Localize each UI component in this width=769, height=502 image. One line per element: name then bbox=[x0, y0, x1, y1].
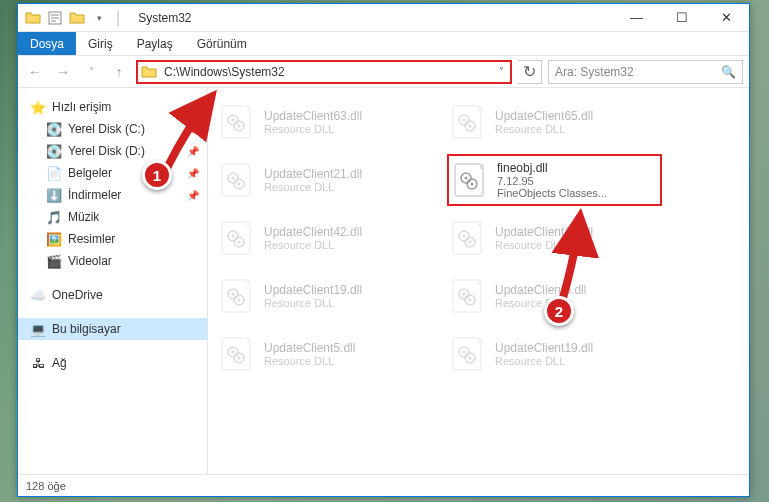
file-item[interactable]: fineobj.dll7.12.95FineObjects Classes... bbox=[447, 154, 662, 206]
tab-view[interactable]: Görünüm bbox=[185, 32, 259, 55]
svg-point-35 bbox=[238, 299, 241, 302]
sidebar-item-c-drive[interactable]: 💽Yerel Disk (C:)📌 bbox=[18, 118, 207, 140]
window-title: System32 bbox=[130, 11, 614, 25]
file-desc: Resource DLL bbox=[264, 123, 429, 135]
file-item[interactable]: UpdateClient42.dllResource DLL bbox=[216, 212, 431, 264]
annotation-badge-2: 2 bbox=[544, 296, 574, 326]
search-input[interactable]: Ara: System32 🔍 bbox=[548, 60, 743, 84]
sidebar-network[interactable]: 🖧Ağ bbox=[18, 352, 207, 374]
sidebar-this-pc[interactable]: 💻Bu bilgisayar bbox=[18, 318, 207, 340]
file-item[interactable]: UpdateClient5.dllResource DLL bbox=[216, 328, 431, 380]
sidebar-item-downloads[interactable]: ⬇️İndirmeler📌 bbox=[18, 184, 207, 206]
svg-point-29 bbox=[463, 235, 466, 238]
sidebar-onedrive[interactable]: ☁️OneDrive bbox=[18, 284, 207, 306]
tab-share[interactable]: Paylaş bbox=[125, 32, 185, 55]
svg-point-15 bbox=[238, 183, 241, 186]
file-name: UpdateClient19.dll bbox=[264, 283, 429, 297]
pin-icon: 📌 bbox=[187, 124, 199, 135]
qat-dropdown-icon[interactable]: ▾ bbox=[90, 9, 108, 27]
svg-point-24 bbox=[232, 235, 235, 238]
properties-icon[interactable] bbox=[46, 9, 64, 27]
file-name: UpdateClient5.dll bbox=[495, 283, 660, 297]
close-button[interactable]: ✕ bbox=[704, 4, 749, 32]
sidebar-quick-access[interactable]: ⭐Hızlı erişim bbox=[18, 96, 207, 118]
file-name: UpdateClient21.dll bbox=[264, 167, 429, 181]
pin-icon: 📌 bbox=[187, 190, 199, 201]
network-icon: 🖧 bbox=[30, 355, 46, 371]
computer-icon: 💻 bbox=[30, 321, 46, 337]
file-desc: Resource DLL bbox=[495, 123, 660, 135]
maximize-button[interactable]: ☐ bbox=[659, 4, 704, 32]
svg-point-4 bbox=[232, 119, 235, 122]
tab-file[interactable]: Dosya bbox=[18, 32, 76, 55]
minimize-button[interactable]: — bbox=[614, 4, 659, 32]
drive-icon: 💽 bbox=[46, 121, 62, 137]
dll-icon bbox=[449, 335, 487, 373]
recent-dropdown[interactable]: ˅ bbox=[80, 61, 102, 83]
file-desc: Resource DLL bbox=[264, 355, 429, 367]
folder-icon bbox=[24, 9, 42, 27]
annotation-badge-1: 1 bbox=[142, 160, 172, 190]
address-dropdown-icon[interactable]: ˅ bbox=[492, 66, 510, 77]
file-list[interactable]: UpdateClient63.dllResource DLLUpdateClie… bbox=[208, 88, 749, 474]
file-name: UpdateClient42.dll bbox=[264, 225, 429, 239]
dll-icon bbox=[451, 161, 489, 199]
refresh-button[interactable]: ↻ bbox=[518, 60, 542, 84]
pin-icon: 📌 bbox=[187, 146, 199, 157]
file-version: 7.12.95 bbox=[497, 175, 658, 187]
file-item[interactable]: UpdateClient65.dllResource DLL bbox=[447, 96, 662, 148]
onedrive-icon: ☁️ bbox=[30, 287, 46, 303]
dll-icon bbox=[449, 103, 487, 141]
file-item[interactable]: UpdateClient63.dllResource DLL bbox=[216, 96, 431, 148]
new-folder-icon[interactable] bbox=[68, 9, 86, 27]
svg-point-9 bbox=[463, 119, 466, 122]
file-desc: Resource DLL bbox=[495, 239, 660, 251]
up-button[interactable]: ↑ bbox=[108, 61, 130, 83]
sidebar-item-videos[interactable]: 🎬Videolar bbox=[18, 250, 207, 272]
tab-home[interactable]: Giriş bbox=[76, 32, 125, 55]
separator: | bbox=[116, 9, 120, 27]
dll-icon bbox=[218, 277, 256, 315]
quick-access-toolbar: ▾ | bbox=[18, 9, 130, 27]
dll-icon bbox=[218, 219, 256, 257]
sidebar-item-pictures[interactable]: 🖼️Resimler bbox=[18, 228, 207, 250]
drive-icon: 💽 bbox=[46, 143, 62, 159]
music-icon: 🎵 bbox=[46, 209, 62, 225]
sidebar-item-music[interactable]: 🎵Müzik bbox=[18, 206, 207, 228]
dll-icon bbox=[449, 277, 487, 315]
svg-point-34 bbox=[232, 293, 235, 296]
svg-point-50 bbox=[469, 357, 472, 360]
pictures-icon: 🖼️ bbox=[46, 231, 62, 247]
dll-icon bbox=[218, 161, 256, 199]
file-item[interactable]: UpdateClient21.dllResource DLL bbox=[447, 212, 662, 264]
window-controls: — ☐ ✕ bbox=[614, 4, 749, 32]
svg-point-25 bbox=[238, 241, 241, 244]
file-name: UpdateClient19.dll bbox=[495, 341, 660, 355]
svg-point-44 bbox=[232, 351, 235, 354]
status-bar: 128 öğe bbox=[18, 474, 749, 496]
downloads-icon: ⬇️ bbox=[46, 187, 62, 203]
file-name: fineobj.dll bbox=[497, 161, 658, 175]
address-bar[interactable]: C:\Windows\System32 ˅ bbox=[136, 60, 512, 84]
explorer-window: ▾ | System32 — ☐ ✕ Dosya Giriş Paylaş Gö… bbox=[17, 3, 750, 497]
search-icon: 🔍 bbox=[721, 65, 736, 79]
svg-point-14 bbox=[232, 177, 235, 180]
navigation-pane: ⭐Hızlı erişim 💽Yerel Disk (C:)📌 💽Yerel D… bbox=[18, 88, 208, 474]
dll-icon bbox=[218, 103, 256, 141]
sidebar-item-d-drive[interactable]: 💽Yerel Disk (D:)📌 bbox=[18, 140, 207, 162]
forward-button[interactable]: → bbox=[52, 61, 74, 83]
back-button[interactable]: ← bbox=[24, 61, 46, 83]
file-desc: Resource DLL bbox=[495, 355, 660, 367]
explorer-body: ⭐Hızlı erişim 💽Yerel Disk (C:)📌 💽Yerel D… bbox=[18, 88, 749, 474]
file-item[interactable]: UpdateClient19.dllResource DLL bbox=[447, 328, 662, 380]
sidebar-item-documents[interactable]: 📄Belgeler📌 bbox=[18, 162, 207, 184]
file-desc: FineObjects Classes... bbox=[497, 187, 658, 199]
search-placeholder: Ara: System32 bbox=[555, 65, 721, 79]
file-name: UpdateClient5.dll bbox=[264, 341, 429, 355]
dll-icon bbox=[449, 219, 487, 257]
svg-point-20 bbox=[471, 183, 474, 186]
svg-point-19 bbox=[465, 177, 468, 180]
file-item[interactable]: UpdateClient19.dllResource DLL bbox=[216, 270, 431, 322]
file-item[interactable]: UpdateClient21.dllResource DLL bbox=[216, 154, 431, 206]
svg-point-30 bbox=[469, 241, 472, 244]
